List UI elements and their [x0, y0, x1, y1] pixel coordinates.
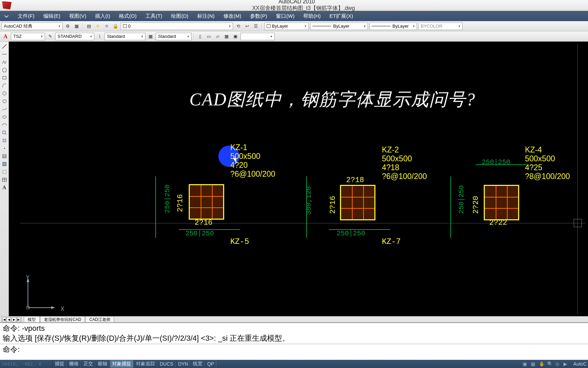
polar-toggle[interactable]: 极轴 — [95, 360, 110, 368]
viewport-2-icon[interactable]: ▭ — [205, 33, 213, 40]
ucs-x-label: X — [61, 306, 64, 312]
cmd-history-1: 命令: -vports — [3, 324, 585, 334]
text-edit-icon[interactable]: ✎ — [46, 33, 54, 40]
layer-manager-icon[interactable]: ▤ — [85, 23, 93, 30]
tablestyle-icon[interactable]: ▦ — [147, 33, 154, 40]
workspace-save-icon[interactable]: ▦ — [73, 23, 80, 30]
tab-layout-2[interactable]: CAD江老师 — [86, 316, 114, 323]
steering-wheel-icon[interactable]: ◎ — [555, 361, 561, 367]
menu-insert[interactable]: 插入(I) — [91, 12, 114, 21]
viewport-4-icon[interactable]: ▦ — [223, 33, 230, 40]
color-dropdown[interactable]: ByLayer — [264, 23, 309, 30]
ucs-y-label: Y — [26, 275, 30, 281]
viewport-1-icon[interactable]: ▯ — [196, 33, 204, 40]
menu-file[interactable]: 文件(F) — [14, 12, 38, 21]
osnap-toggle[interactable]: 对象捕捉 — [110, 360, 134, 368]
text-style-icon[interactable]: A — [1, 33, 10, 40]
menu-view[interactable]: 视图(V) — [65, 12, 90, 21]
make-block-icon[interactable] — [1, 137, 8, 144]
construction-line-icon[interactable] — [1, 51, 8, 58]
textstyle-dropdown[interactable]: STANDARD — [55, 33, 94, 40]
grid-toggle[interactable]: 栅格 — [67, 360, 81, 368]
qp-toggle[interactable]: QP — [205, 360, 216, 367]
mtext-icon[interactable]: A — [1, 184, 8, 191]
menu-et[interactable]: ET扩展(X) — [325, 12, 357, 21]
cmd-prompt[interactable]: 命令: — [3, 345, 585, 355]
tab-layout-1[interactable]: 老湿机带你玩转CAD — [40, 316, 85, 323]
gradient-icon[interactable] — [1, 161, 8, 167]
workspace-settings-icon[interactable]: ⚙ — [64, 23, 72, 30]
layer-freeze-icon[interactable]: ❄ — [103, 23, 110, 30]
menu-window[interactable]: 窗口(W) — [272, 12, 298, 21]
vp-scale-dropdown[interactable] — [241, 33, 275, 40]
menu-draw[interactable]: 绘图(D) — [167, 12, 192, 21]
line-icon[interactable] — [1, 43, 8, 50]
linetype-dropdown[interactable]: ByLayer — [310, 23, 368, 30]
layer-lock-icon[interactable]: 🔒 — [112, 23, 119, 30]
plotstyle-dropdown[interactable]: BYCOLOR — [418, 23, 463, 30]
ellipse-icon[interactable] — [1, 114, 8, 120]
layer-previous-icon[interactable]: ↩ — [243, 23, 251, 30]
command-window[interactable]: 命令: -vports 输入选项 [保存(S)/恢复(R)/删除(D)/合并(J… — [0, 322, 588, 360]
menu-help[interactable]: 帮助(H) — [299, 12, 325, 21]
svg-rect-12 — [3, 162, 6, 166]
menu-modify[interactable]: 修改(M) — [219, 12, 246, 21]
arc-icon[interactable] — [1, 82, 8, 89]
region-icon[interactable] — [1, 168, 8, 175]
pan-icon[interactable]: ✋ — [539, 361, 545, 367]
quick-view-icon[interactable]: ▦ — [531, 361, 537, 367]
coordinates-readout[interactable]: 16416, -482, 0 — [1, 361, 52, 367]
polygon-icon[interactable] — [1, 67, 8, 73]
lwt-toggle[interactable]: 线宽 — [190, 360, 205, 368]
dimstyle-icon[interactable]: ⟟ — [96, 33, 103, 40]
otrack-toggle[interactable]: 对象追踪 — [134, 360, 157, 368]
zoom-icon[interactable]: 🔍 — [547, 361, 553, 367]
app-menu-dropdown-icon[interactable] — [2, 13, 11, 20]
snap-toggle[interactable]: 捕捉 — [52, 360, 67, 368]
tab-model[interactable]: 模型 — [24, 316, 40, 323]
drawing-canvas[interactable]: CAD图纸中，钢筋字体显示成问号? KZ-1 500x500 4?20 ?6@1… — [9, 42, 588, 316]
dyn-toggle[interactable]: DYN — [176, 360, 191, 367]
viewport-3-icon[interactable]: ▱ — [214, 33, 221, 40]
menu-dimension[interactable]: 标注(N) — [193, 12, 219, 21]
menu-format[interactable]: 格式(O) — [115, 12, 141, 21]
dimstyle-dropdown[interactable]: Standard — [105, 33, 145, 40]
layer-dropdown[interactable]: 0 — [121, 23, 233, 30]
rectangle-icon[interactable] — [1, 74, 8, 81]
polyline-icon[interactable] — [1, 59, 8, 65]
title-bar: AutoCAD 2010 XX宿舍楼首层结构图_t3【钢筋字体】.dwg — [0, 0, 588, 11]
menu-parametric[interactable]: 参数(P) — [246, 12, 271, 21]
workspace-dropdown[interactable]: AutoCAD 经典 — [1, 23, 63, 30]
revision-cloud-icon[interactable] — [1, 98, 8, 105]
dim-line — [450, 176, 451, 238]
hatch-icon[interactable] — [1, 153, 8, 160]
tab-prev-icon[interactable]: ◀ — [6, 317, 11, 322]
point-icon[interactable] — [1, 145, 8, 152]
tab-last-icon[interactable]: ▶| — [17, 317, 21, 322]
layer-match-icon[interactable]: ⟲ — [234, 23, 242, 30]
tab-first-icon[interactable]: |◀ — [1, 317, 6, 322]
tablestyle-dropdown[interactable]: Standard — [156, 33, 191, 40]
crosshair-pickbox — [574, 219, 582, 227]
layer-on-icon[interactable]: ☀ — [94, 23, 102, 30]
kz2-dim-h: 250|250 — [337, 230, 365, 237]
tab-next-icon[interactable]: ▶ — [12, 317, 16, 322]
lineweight-dropdown[interactable]: ByLayer — [369, 23, 417, 30]
insert-block-icon[interactable] — [1, 129, 8, 136]
font-dropdown[interactable]: TSZ — [11, 33, 45, 40]
model-space-icon[interactable]: ▣ — [523, 361, 529, 367]
menu-tools[interactable]: 工具(T) — [141, 12, 166, 21]
ducs-toggle[interactable]: DUCS — [157, 360, 176, 367]
showmotion-icon[interactable]: ▶ — [563, 361, 570, 367]
layer-states-icon[interactable]: ☰ — [252, 23, 260, 30]
viewport-join-icon[interactable]: ▣ — [232, 33, 239, 40]
ortho-toggle[interactable]: 正交 — [81, 360, 95, 368]
separator — [82, 23, 83, 30]
menu-edit[interactable]: 编辑(E) — [39, 12, 64, 21]
table-icon[interactable] — [1, 176, 8, 183]
circle-icon[interactable] — [1, 90, 8, 97]
tablestyle-value: Standard — [158, 34, 176, 39]
spline-icon[interactable] — [1, 106, 8, 113]
ellipse-arc-icon[interactable] — [1, 121, 8, 128]
toolbar-row-2: A TSZ ✎ STANDARD ⟟ Standard ▦ Standard ▯… — [0, 31, 588, 42]
